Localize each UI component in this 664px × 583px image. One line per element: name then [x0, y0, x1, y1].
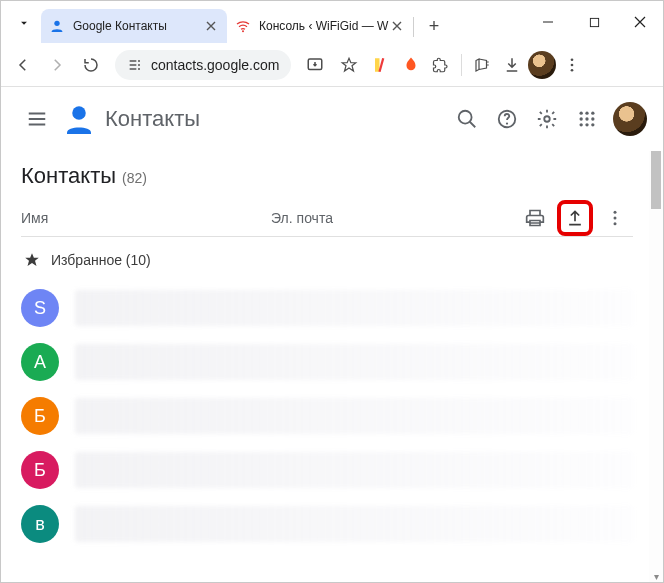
svg-point-23 — [585, 123, 588, 126]
content-area: ▾ Контакты (82) Имя Эл. почта — [1, 151, 663, 583]
svg-point-18 — [591, 111, 594, 114]
export-button[interactable] — [557, 200, 593, 236]
forward-button[interactable] — [41, 49, 73, 81]
contacts-favicon — [49, 18, 65, 34]
column-header-row: Имя Эл. почта — [21, 199, 633, 237]
maximize-button[interactable] — [571, 1, 617, 43]
contact-details-redacted — [75, 290, 633, 326]
back-button[interactable] — [7, 49, 39, 81]
favorites-label: Избранное (10) — [51, 252, 151, 268]
contacts-count: (82) — [122, 170, 147, 186]
contact-row[interactable]: Б — [21, 389, 633, 443]
star-icon — [23, 251, 41, 269]
svg-point-22 — [580, 123, 583, 126]
downloads-icon[interactable] — [498, 51, 526, 79]
window-titlebar: Google Контакты Консоль ‹ WiFiGid — W + — [1, 1, 663, 43]
contacts-heading: Контакты — [21, 163, 116, 189]
svg-point-11 — [72, 106, 86, 120]
svg-point-1 — [242, 30, 244, 32]
svg-point-10 — [571, 68, 574, 71]
svg-point-16 — [580, 111, 583, 114]
favorites-header: Избранное (10) — [23, 251, 633, 269]
svg-point-14 — [506, 122, 508, 124]
contact-avatar: Б — [21, 397, 59, 435]
svg-point-19 — [580, 117, 583, 120]
column-email[interactable]: Эл. почта — [271, 210, 517, 226]
tab-inactive[interactable]: Консоль ‹ WiFiGid — W — [227, 9, 413, 43]
app-name: Контакты — [105, 106, 200, 132]
contact-details-redacted — [75, 452, 633, 488]
url-text: contacts.google.com — [151, 57, 279, 73]
bookmark-star-icon[interactable] — [333, 49, 365, 81]
svg-point-25 — [614, 210, 617, 213]
search-button[interactable] — [447, 99, 487, 139]
contact-details-redacted — [75, 506, 633, 542]
reload-button[interactable] — [75, 49, 107, 81]
column-name[interactable]: Имя — [21, 210, 271, 226]
svg-point-12 — [459, 110, 472, 123]
contact-row[interactable]: S — [21, 281, 633, 335]
contact-details-redacted — [75, 398, 633, 434]
contact-row[interactable]: в — [21, 497, 633, 551]
site-settings-icon[interactable] — [127, 57, 143, 73]
tab-separator — [413, 17, 414, 37]
tabs-dropdown-button[interactable] — [7, 6, 41, 40]
help-button[interactable] — [487, 99, 527, 139]
tab-title: Консоль ‹ WiFiGid — W — [259, 19, 389, 33]
contact-avatar: S — [21, 289, 59, 327]
svg-point-5 — [138, 68, 140, 70]
svg-point-17 — [585, 111, 588, 114]
contact-avatar: в — [21, 505, 59, 543]
section-title: Контакты (82) — [21, 163, 633, 189]
scrollbar-track[interactable]: ▾ — [649, 151, 663, 583]
tab-title: Google Контакты — [73, 19, 203, 33]
extension-icon-2[interactable] — [397, 51, 425, 79]
svg-point-4 — [138, 64, 140, 66]
svg-point-8 — [571, 58, 574, 61]
svg-point-0 — [54, 21, 59, 26]
svg-point-15 — [544, 116, 550, 122]
app-header: Контакты — [1, 87, 663, 151]
svg-rect-7 — [375, 58, 380, 72]
close-tab-icon[interactable] — [203, 18, 219, 34]
contact-row[interactable]: Б — [21, 443, 633, 497]
address-bar[interactable]: contacts.google.com — [115, 50, 291, 80]
extensions-puzzle-icon[interactable] — [427, 51, 455, 79]
main-menu-button[interactable] — [17, 99, 57, 139]
scrollbar-thumb[interactable] — [651, 151, 661, 209]
svg-point-3 — [138, 60, 140, 62]
toolbar-separator — [461, 54, 462, 76]
svg-point-27 — [614, 222, 617, 225]
account-avatar[interactable] — [613, 102, 647, 136]
svg-point-21 — [591, 117, 594, 120]
app-logo[interactable]: Контакты — [61, 101, 200, 137]
svg-point-20 — [585, 117, 588, 120]
svg-point-9 — [571, 63, 574, 66]
window-controls — [525, 1, 663, 43]
new-tab-button[interactable]: + — [420, 12, 448, 40]
svg-rect-2 — [590, 18, 598, 26]
install-app-icon[interactable] — [299, 49, 331, 81]
extension-icon-1[interactable] — [367, 51, 395, 79]
tab-active[interactable]: Google Контакты — [41, 9, 227, 43]
settings-gear-button[interactable] — [527, 99, 567, 139]
contact-details-redacted — [75, 344, 633, 380]
wifi-favicon — [235, 18, 251, 34]
contact-avatar: А — [21, 343, 59, 381]
svg-point-26 — [614, 216, 617, 219]
browser-menu-icon[interactable] — [558, 51, 586, 79]
contact-list: SАББв — [21, 281, 633, 551]
more-options-button[interactable] — [597, 200, 633, 236]
scroll-down-arrow[interactable]: ▾ — [649, 568, 663, 583]
profile-avatar-toolbar[interactable] — [528, 51, 556, 79]
close-window-button[interactable] — [617, 1, 663, 43]
media-control-icon[interactable] — [468, 51, 496, 79]
svg-point-24 — [591, 123, 594, 126]
browser-toolbar: contacts.google.com — [1, 43, 663, 87]
contact-avatar: Б — [21, 451, 59, 489]
print-button[interactable] — [517, 200, 553, 236]
contact-row[interactable]: А — [21, 335, 633, 389]
close-tab-icon[interactable] — [389, 18, 405, 34]
minimize-button[interactable] — [525, 1, 571, 43]
google-apps-button[interactable] — [567, 99, 607, 139]
